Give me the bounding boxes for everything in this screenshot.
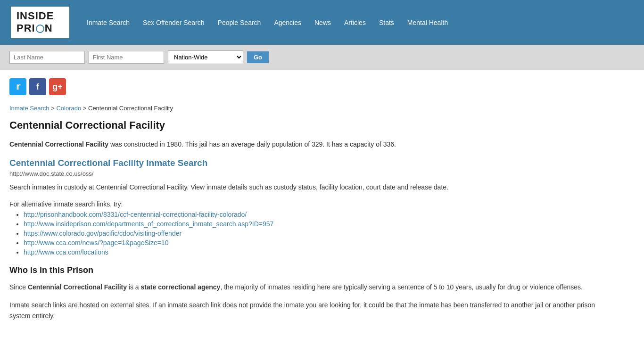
last-name-input[interactable] [9,51,85,64]
list-item: http://www.cca.com/locations [24,248,603,256]
site-logo[interactable]: INSIDE PRIN [9,5,71,39]
intro-rest: was constructed in 1980. This jail has a… [108,140,396,148]
alt-link[interactable]: http://www.cca.com/news/?page=1&pageSize… [24,239,168,247]
alt-links-list: http://prisonhandbook.com/8331/ccf-cente… [9,211,603,256]
list-item: http://prisonhandbook.com/8331/ccf-cente… [24,211,603,218]
main-nav: Inmate SearchSex Offender SearchPeople S… [80,15,454,30]
who-section-title: Who is in this Prison [9,265,603,275]
list-item: http://www.cca.com/news/?page=1&pageSize… [24,239,603,247]
search-bar: Nation-Wide Go [0,45,644,70]
nav-item-people-search[interactable]: People Search [211,15,268,30]
nav-item-agencies[interactable]: Agencies [267,15,308,30]
alt-link[interactable]: http://prisonhandbook.com/8331/ccf-cente… [24,211,247,218]
location-select[interactable]: Nation-Wide [168,50,243,64]
nav-item-stats[interactable]: Stats [372,15,401,30]
googleplus-label: g+ [52,82,63,92]
who-text-pre: Since [9,283,28,291]
who-bold-agency: state correctional agency [141,283,221,291]
breadcrumb-sep2: > [83,105,88,112]
search-go-button[interactable]: Go [247,51,269,63]
breadcrumb-inmate-search[interactable]: Inmate Search [9,105,50,112]
who-text-mid: is a [127,283,141,291]
nav-item-news[interactable]: News [308,15,338,30]
page-title: Centennial Correctional Facility [9,119,603,132]
facebook-label: f [36,82,39,92]
breadcrumb-sep1: > [51,105,56,112]
who-paragraph-2: Inmate search links are hosted on extern… [9,300,603,321]
alt-links-intro: For alternative inmate search links, try… [9,200,603,208]
nav-item-mental-health[interactable]: Mental Health [401,15,454,30]
breadcrumb-current: Centennial Correctional Facility [88,105,173,112]
list-item: https://www.colorado.gov/pacific/cdoc/vi… [24,230,603,237]
nav-item-inmate-search[interactable]: Inmate Search [80,15,136,30]
who-paragraph-1: Since Centennial Correctional Facility i… [9,282,603,292]
twitter-label: 𝕣 [16,82,20,92]
logo-circle-icon [36,25,44,33]
search-description: Search inmates in custody at Centennial … [9,182,603,192]
who-text-end: , the majority of inmates residing here … [220,283,583,291]
logo-text-prison: PRIN [17,22,64,34]
list-item: http://www.insideprison.com/departments_… [24,220,603,228]
first-name-input[interactable] [89,51,164,64]
breadcrumb-colorado[interactable]: Colorado [56,105,81,112]
nav-item-articles[interactable]: Articles [338,15,372,30]
alt-link[interactable]: https://www.colorado.gov/pacific/cdoc/vi… [24,230,182,237]
googleplus-icon[interactable]: g+ [49,78,66,95]
nav-item-sex-offender-search[interactable]: Sex Offender Search [136,15,211,30]
breadcrumb: Inmate Search > Colorado > Centennial Co… [9,105,603,112]
alt-link[interactable]: http://www.insideprison.com/departments_… [24,220,273,228]
facebook-icon[interactable]: f [29,78,46,95]
who-bold-facility: Centennial Correctional Facility [28,283,127,291]
site-header: INSIDE PRIN Inmate SearchSex Offender Se… [0,0,644,45]
social-icons-bar: 𝕣 f g+ [0,70,644,100]
intro-bold: Centennial Correctional Facility [9,140,108,148]
inmate-search-facility-link[interactable]: Centennial Correctional Facility Inmate … [9,158,603,168]
doc-url-text: http://www.doc.state.co.us/oss/ [9,170,603,177]
twitter-icon[interactable]: 𝕣 [9,78,26,95]
logo-text-inside: INSIDE [17,10,64,22]
main-content: Inmate Search > Colorado > Centennial Co… [0,100,613,343]
intro-paragraph: Centennial Correctional Facility was con… [9,139,603,149]
alt-link[interactable]: http://www.cca.com/locations [24,248,108,256]
